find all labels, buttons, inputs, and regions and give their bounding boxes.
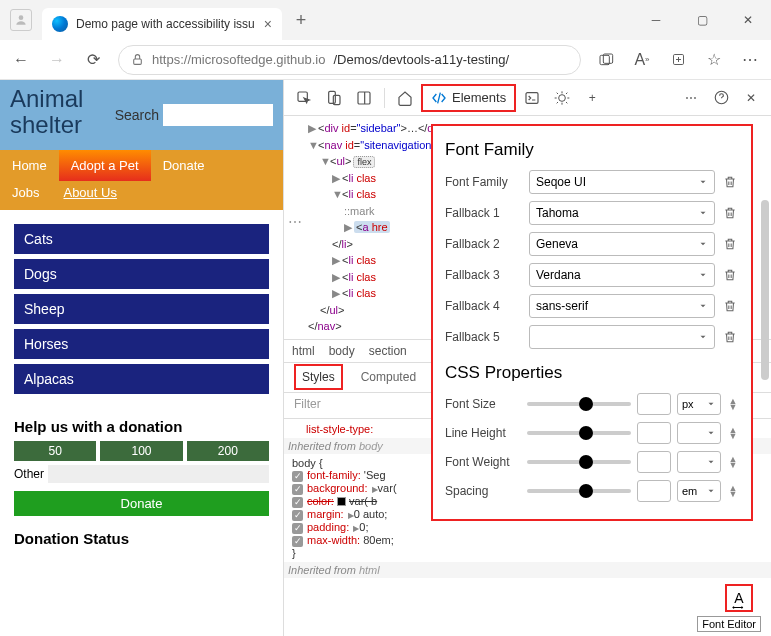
collections-icon[interactable]	[667, 49, 689, 71]
new-tab-button[interactable]: +	[286, 5, 316, 35]
secondary-nav: Jobs About Us	[0, 181, 283, 210]
animal-alpacas[interactable]: Alpacas	[14, 364, 269, 394]
font-row-label: Fallback 5	[445, 330, 521, 344]
trash-icon[interactable]	[723, 175, 739, 189]
trash-icon[interactable]	[723, 330, 739, 344]
font-select-2[interactable]: Geneva	[529, 232, 715, 256]
welcome-icon[interactable]	[391, 84, 419, 112]
elements-tab[interactable]: Elements	[421, 84, 516, 112]
font-select-0[interactable]: Seqoe UI	[529, 170, 715, 194]
nav-home[interactable]: Home	[0, 150, 59, 181]
search-input[interactable]	[163, 104, 273, 126]
font-select-4[interactable]: sans-serif	[529, 294, 715, 318]
unit-select-1[interactable]	[677, 422, 721, 444]
crumb-section[interactable]: section	[369, 344, 407, 358]
crumb-body[interactable]: body	[329, 344, 355, 358]
overflow-icon[interactable]: ⋯	[288, 212, 303, 233]
forward-button[interactable]: →	[46, 49, 68, 71]
stepper-2[interactable]: ▲▼	[727, 456, 739, 469]
close-icon[interactable]: ×	[264, 16, 272, 32]
nav-about[interactable]: About Us	[51, 181, 128, 204]
console-icon[interactable]	[518, 84, 546, 112]
stepper-3[interactable]: ▲▼	[727, 485, 739, 498]
inspect-icon[interactable]	[290, 84, 318, 112]
stepper-0[interactable]: ▲▼	[727, 398, 739, 411]
help-icon[interactable]	[707, 84, 735, 112]
page-title: Animalshelter	[10, 86, 83, 139]
value-input-2[interactable]	[637, 451, 671, 473]
font-select-1[interactable]: Tahoma	[529, 201, 715, 225]
font-editor-button[interactable]: A⟷	[725, 584, 753, 612]
css-props-heading: CSS Properties	[445, 363, 739, 383]
font-select-5[interactable]	[529, 325, 715, 349]
font-row-label: Fallback 3	[445, 268, 521, 282]
url-field[interactable]: https://microsoftedge.github.io/Demos/de…	[118, 45, 581, 75]
lock-icon	[131, 53, 144, 66]
trash-icon[interactable]	[723, 206, 739, 220]
nav-jobs[interactable]: Jobs	[0, 181, 51, 204]
font-editor-tooltip: Font Editor	[697, 616, 761, 632]
animal-horses[interactable]: Horses	[14, 329, 269, 359]
more-icon[interactable]: ⋯	[739, 49, 761, 71]
svg-point-13	[559, 94, 566, 101]
unit-select-2[interactable]	[677, 451, 721, 473]
tab-computed[interactable]: Computed	[355, 366, 422, 388]
close-devtools-icon[interactable]: ✕	[737, 84, 765, 112]
slider-3[interactable]	[527, 489, 631, 493]
value-input-1[interactable]	[637, 422, 671, 444]
minimize-button[interactable]: ─	[633, 0, 679, 40]
donate-button[interactable]: Donate	[14, 491, 269, 516]
slider-1[interactable]	[527, 431, 631, 435]
dock-icon[interactable]	[350, 84, 378, 112]
trash-icon[interactable]	[723, 299, 739, 313]
profile-icon[interactable]	[10, 9, 32, 31]
animal-cats[interactable]: Cats	[14, 224, 269, 254]
read-aloud-icon[interactable]: A»	[631, 49, 653, 71]
scrollbar[interactable]	[761, 200, 769, 380]
css-prop-label: Spacing	[445, 484, 521, 498]
slider-2[interactable]	[527, 460, 631, 464]
slider-0[interactable]	[527, 402, 631, 406]
status-heading: Donation Status	[0, 520, 283, 553]
value-input-3[interactable]	[637, 480, 671, 502]
font-row-label: Fallback 2	[445, 237, 521, 251]
settings-icon[interactable]: ⋯	[677, 84, 705, 112]
device-icon[interactable]	[320, 84, 348, 112]
trash-icon[interactable]	[723, 268, 739, 282]
donate-50[interactable]: 50	[14, 441, 96, 461]
crumb-html[interactable]: html	[292, 344, 315, 358]
donation-heading: Help us with a donation	[0, 408, 283, 441]
font-row-label: Fallback 4	[445, 299, 521, 313]
address-bar: ← → ⟳ https://microsoftedge.github.io/De…	[0, 40, 771, 80]
rendered-page: Animalshelter Search Home Adopt a Pet Do…	[0, 80, 283, 636]
nav-donate[interactable]: Donate	[151, 150, 217, 181]
tab-actions-icon[interactable]	[595, 49, 617, 71]
nav-adopt[interactable]: Adopt a Pet	[59, 150, 151, 181]
back-button[interactable]: ←	[10, 49, 32, 71]
svg-rect-1	[134, 59, 142, 64]
font-select-3[interactable]: Verdana	[529, 263, 715, 287]
tab-styles[interactable]: Styles	[294, 364, 343, 390]
close-window-button[interactable]: ✕	[725, 0, 771, 40]
animal-sheep[interactable]: Sheep	[14, 294, 269, 324]
value-input-0[interactable]	[637, 393, 671, 415]
maximize-button[interactable]: ▢	[679, 0, 725, 40]
browser-tab[interactable]: Demo page with accessibility issu ×	[42, 8, 282, 40]
stepper-1[interactable]: ▲▼	[727, 427, 739, 440]
animal-dogs[interactable]: Dogs	[14, 259, 269, 289]
svg-rect-12	[526, 92, 538, 103]
donate-200[interactable]: 200	[187, 441, 269, 461]
donate-100[interactable]: 100	[100, 441, 182, 461]
favorite-icon[interactable]: ☆	[703, 49, 725, 71]
svg-rect-10	[358, 92, 370, 104]
css-prop-label: Font Size	[445, 397, 521, 411]
devtools-panel: Elements + ⋯ ✕ ⋯ ▶<div id="sidebar">…</d…	[283, 80, 771, 636]
refresh-button[interactable]: ⟳	[82, 49, 104, 71]
unit-select-0[interactable]: px	[677, 393, 721, 415]
trash-icon[interactable]	[723, 237, 739, 251]
issues-icon[interactable]	[548, 84, 576, 112]
unit-select-3[interactable]: em	[677, 480, 721, 502]
elements-tab-label: Elements	[452, 90, 506, 105]
other-input[interactable]	[48, 465, 269, 483]
add-tab-icon[interactable]: +	[578, 84, 606, 112]
